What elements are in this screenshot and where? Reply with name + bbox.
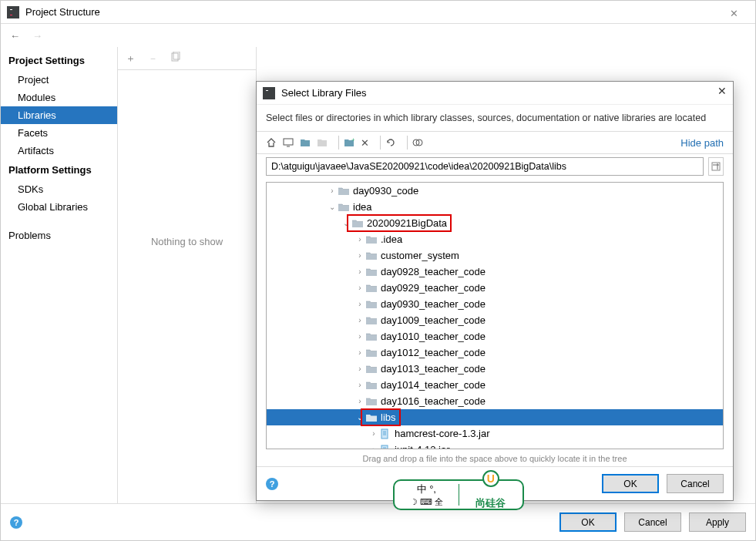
intellij-icon (263, 87, 275, 99)
folder-icon (365, 250, 378, 261)
tree-row[interactable]: ›day1009_teacher_code (267, 312, 723, 328)
cancel-button[interactable]: Cancel (624, 512, 681, 532)
tree-label: day0929_teacher_code (381, 282, 486, 294)
sidebar-item-facets[interactable]: Facets (1, 124, 117, 142)
chevron-right-icon[interactable]: › (354, 332, 365, 341)
tree-row[interactable]: ›day1013_teacher_code (267, 361, 723, 377)
home-icon[interactable] (266, 137, 277, 148)
svg-rect-11 (712, 163, 720, 170)
tree-label: day1013_teacher_code (381, 363, 486, 375)
chevron-right-icon[interactable]: › (354, 235, 365, 244)
chevron-right-icon[interactable]: › (354, 267, 365, 276)
tree-label: day1014_teacher_code (381, 379, 486, 391)
tree-row[interactable]: ⌄libs (267, 409, 723, 425)
new-folder-icon[interactable]: + (344, 137, 354, 148)
folder-icon (338, 186, 350, 197)
tree-row[interactable]: ›day0930_code (267, 183, 723, 199)
svg-rect-7 (284, 139, 293, 145)
dialog-cancel-button[interactable]: Cancel (667, 474, 724, 493)
tree-label: idea (353, 201, 372, 213)
dialog-subtitle: Select files or directories in which lib… (257, 105, 733, 131)
chevron-down-icon[interactable]: ⌄ (341, 219, 351, 227)
chevron-right-icon[interactable]: › (354, 381, 365, 389)
chevron-right-icon[interactable]: › (354, 300, 365, 308)
project-icon[interactable] (300, 137, 311, 148)
sidebar-heading-platform: Platform Settings (1, 160, 117, 180)
tree-row[interactable]: ›day0929_teacher_code (267, 280, 723, 296)
tree-row[interactable]: ›day1012_teacher_code (267, 344, 723, 361)
delete-icon[interactable]: ✕ (361, 137, 369, 149)
module-icon[interactable] (317, 137, 328, 148)
tree-label: junit-4.12.jar (395, 444, 450, 449)
tree-row[interactable]: ›hamcrest-core-1.3.jar (267, 425, 723, 442)
tree-row[interactable]: ›day1014_teacher_code (267, 377, 723, 393)
tree-label: day1010_teacher_code (381, 331, 486, 342)
sidebar-item-project[interactable]: Project (1, 71, 117, 89)
close-icon[interactable]: ✕ (718, 4, 749, 22)
path-bar (257, 154, 733, 179)
sidebar-item-sdks[interactable]: SDKs (1, 180, 117, 198)
sidebar-item-libraries[interactable]: Libraries (1, 106, 117, 124)
back-icon[interactable]: ← (7, 29, 23, 43)
help-icon[interactable]: ? (10, 516, 22, 529)
folder-icon (365, 364, 378, 375)
sidebar-item-global-libraries[interactable]: Global Libraries (1, 198, 117, 216)
tree-row[interactable]: ›day0928_teacher_code (267, 264, 723, 280)
show-hidden-icon[interactable] (412, 137, 423, 148)
select-library-files-dialog: Select Library Files ✕ Select files or d… (256, 81, 734, 501)
remove-icon[interactable]: － (148, 52, 158, 66)
tree-row[interactable]: ⌄20200921BigData (267, 215, 723, 231)
folder-icon (365, 283, 378, 294)
refresh-icon[interactable] (385, 137, 396, 148)
tree-label: day0928_teacher_code (381, 266, 486, 277)
tree-row[interactable]: ›customer_system (267, 247, 723, 264)
apply-button[interactable]: Apply (689, 512, 746, 532)
chevron-right-icon[interactable]: › (354, 316, 365, 324)
file-tree[interactable]: ›day0930_code⌄idea⌄20200921BigData›.idea… (266, 182, 724, 449)
tree-label: .idea (381, 234, 402, 245)
dialog-titlebar: Select Library Files ✕ (257, 82, 733, 105)
chevron-right-icon[interactable]: › (327, 186, 338, 195)
path-input[interactable] (266, 157, 704, 176)
chevron-down-icon[interactable]: ⌄ (354, 413, 365, 422)
dialog-toolbar: + ✕ Hide path (257, 131, 733, 154)
sidebar-item-modules[interactable]: Modules (1, 89, 117, 106)
dialog-ok-button[interactable]: OK (602, 474, 659, 493)
hide-path-link[interactable]: Hide path (680, 137, 724, 149)
copy-icon[interactable] (170, 52, 181, 65)
nav-toolbar: ← → (1, 24, 755, 47)
dialog-title: Select Library Files (281, 87, 367, 99)
tree-row[interactable]: ›day0930_teacher_code (267, 296, 723, 312)
desktop-icon[interactable] (283, 137, 294, 148)
chevron-right-icon[interactable]: › (354, 397, 365, 405)
ok-button[interactable]: OK (559, 512, 617, 532)
dialog-close-icon[interactable]: ✕ (717, 85, 727, 97)
tree-label: day1009_teacher_code (381, 314, 486, 326)
sidebar-heading-project: Project Settings (1, 50, 117, 71)
folder-icon (365, 396, 378, 407)
path-history-icon[interactable] (708, 157, 724, 176)
add-icon[interactable]: ＋ (126, 52, 136, 66)
tree-label: day1012_teacher_code (381, 347, 486, 358)
svg-rect-2 (10, 15, 12, 15)
svg-rect-12 (381, 429, 388, 439)
chevron-right-icon[interactable]: › (354, 284, 365, 292)
tree-row[interactable]: ›.idea (267, 231, 723, 247)
tree-row[interactable]: ⌄idea (267, 199, 723, 215)
tree-row[interactable]: ›day1010_teacher_code (267, 328, 723, 344)
chevron-right-icon[interactable]: › (354, 348, 365, 357)
chevron-right-icon[interactable]: › (354, 365, 365, 373)
folder-icon (365, 315, 378, 326)
folder-icon (365, 234, 378, 245)
chevron-down-icon[interactable]: ⌄ (327, 203, 338, 211)
tree-label: day0930_code (353, 185, 418, 197)
forward-icon[interactable]: → (29, 29, 45, 43)
chevron-right-icon[interactable]: › (368, 429, 379, 438)
tree-row[interactable]: ›junit-4.12.jar (267, 442, 723, 449)
watermark: 中 °, ☽ ⌨ 全 U 尚硅谷 (393, 479, 524, 510)
sidebar-item-artifacts[interactable]: Artifacts (1, 142, 117, 160)
sidebar-item-problems[interactable]: Problems (1, 227, 117, 244)
tree-row[interactable]: ›day1016_teacher_code (267, 393, 723, 409)
dialog-help-icon[interactable]: ? (266, 478, 278, 490)
chevron-right-icon[interactable]: › (354, 251, 365, 260)
